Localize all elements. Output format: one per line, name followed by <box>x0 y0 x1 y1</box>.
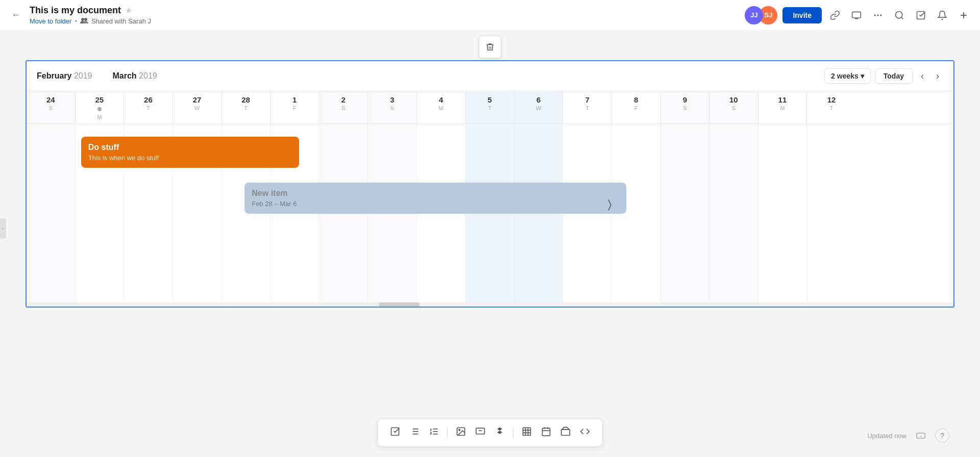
invite-button[interactable]: Invite <box>782 7 822 23</box>
event-title: New item <box>252 189 619 198</box>
svg-line-9 <box>901 17 903 19</box>
event-col-10 <box>709 124 758 302</box>
calendar-container: February 2019 March 2019 2 weeks ▾ Today… <box>26 60 954 308</box>
day-cell-10[interactable]: 10S <box>709 91 758 123</box>
updated-text: Updated now <box>867 432 906 440</box>
toolbar-ordered-list-icon[interactable] <box>426 424 442 441</box>
today-button[interactable]: Today <box>875 68 913 84</box>
doc-meta: Move to folder • Shared with Sarah J <box>30 17 151 25</box>
svg-point-24 <box>459 429 460 431</box>
star-icon[interactable]: ★ <box>125 6 132 15</box>
bell-icon-button[interactable] <box>934 7 950 23</box>
toolbar-dropbox-icon[interactable] <box>492 424 508 441</box>
svg-rect-32 <box>543 428 550 436</box>
more-options-button[interactable] <box>870 7 886 23</box>
back-button[interactable]: ← <box>8 7 23 23</box>
svg-rect-37 <box>917 433 925 438</box>
day-cell-12[interactable]: 12T <box>807 91 856 123</box>
days-row: 24S25M26T27W28T1F2S3S4M5T6W7T8F9S10S11M1… <box>27 91 953 124</box>
week-selector[interactable]: 2 weeks ▾ <box>824 68 871 84</box>
help-button[interactable]: ? <box>935 428 949 443</box>
doc-title: This is my document <box>30 5 121 16</box>
toolbar-code-icon[interactable] <box>577 424 593 441</box>
svg-point-8 <box>896 11 902 18</box>
event-col-24 <box>27 124 76 302</box>
toolbar-sep-2 <box>513 427 513 439</box>
svg-rect-36 <box>561 429 570 436</box>
calendar-months: February 2019 March 2019 <box>37 71 824 81</box>
svg-rect-27 <box>523 428 531 436</box>
svg-rect-10 <box>917 11 925 19</box>
toolbar-table-icon[interactable] <box>519 424 535 441</box>
header-left: ← This is my document ★ Move to folder •… <box>8 5 151 25</box>
calendar-scrollbar[interactable] <box>27 302 953 307</box>
day-cell-9[interactable]: 9S <box>661 91 710 123</box>
toolbar-image-icon[interactable] <box>453 424 469 441</box>
delete-button[interactable] <box>479 36 501 58</box>
task-icon-button[interactable] <box>913 7 929 23</box>
avatar-jj[interactable]: JJ <box>745 6 763 24</box>
add-button[interactable] <box>955 7 972 23</box>
event-col-12 <box>807 124 856 302</box>
shared-text: Shared with Sarah J <box>91 17 151 25</box>
day-cell-5[interactable]: 5T <box>465 91 514 123</box>
day-cell-8[interactable]: 8F <box>612 91 661 123</box>
doc-title-row: This is my document ★ <box>30 5 151 16</box>
event-col-11 <box>758 124 807 302</box>
day-cell-27[interactable]: 27W <box>173 91 222 123</box>
side-collapse-handle[interactable]: ‹ <box>0 218 6 239</box>
day-cell-3[interactable]: 3S <box>368 91 417 123</box>
calendar-header: February 2019 March 2019 2 weeks ▾ Today… <box>27 61 953 91</box>
february-label: February 2019 <box>37 71 92 81</box>
main-content: ‹ February 2019 March 2019 2 weeks ▾ <box>0 31 980 457</box>
toolbar-calendar-icon[interactable] <box>538 424 554 441</box>
calendar-grid: 24S25M26T27W28T1F2S3S4M5T6W7T8F9S10S11M1… <box>27 91 953 307</box>
svg-point-0 <box>81 18 84 21</box>
day-cell-1[interactable]: 1F <box>271 91 320 123</box>
svg-point-1 <box>84 18 87 21</box>
search-button[interactable] <box>891 7 908 23</box>
bottom-right-info: Updated now ? <box>867 427 949 444</box>
events-area: Do stuff This is when we do stuff New it… <box>27 124 953 302</box>
march-label: March 2019 <box>113 71 157 81</box>
toolbar-list-icon[interactable] <box>406 424 423 441</box>
calendar-controls: 2 weeks ▾ Today ‹ › <box>824 68 943 84</box>
link-icon-button[interactable] <box>827 7 843 23</box>
dropdown-icon: ▾ <box>861 72 864 80</box>
day-cell-2[interactable]: 2S <box>319 91 368 123</box>
svg-point-5 <box>874 14 876 16</box>
move-to-folder-link[interactable]: Move to folder <box>30 17 71 25</box>
scrollbar-thumb[interactable] <box>379 302 420 307</box>
day-cell-25[interactable]: 25M <box>76 91 125 123</box>
shared-users-icon <box>80 17 88 25</box>
header-right: JJ SJ Invite <box>745 6 972 24</box>
bottom-toolbar <box>377 419 603 447</box>
svg-rect-2 <box>852 12 861 18</box>
toolbar-sep-1 <box>447 427 448 439</box>
event-new-item[interactable]: New item Feb 28 – Mar 6 <box>244 183 626 214</box>
event-col-9 <box>661 124 710 302</box>
day-cell-28[interactable]: 28T <box>222 91 271 123</box>
day-cell-6[interactable]: 6W <box>514 91 564 123</box>
next-button[interactable]: › <box>932 69 943 84</box>
svg-point-7 <box>880 14 881 16</box>
doc-title-area: This is my document ★ Move to folder • S… <box>30 5 151 25</box>
present-icon-button[interactable] <box>848 7 865 23</box>
event-title: Do stuff <box>88 143 292 152</box>
event-subtitle: Feb 28 – Mar 6 <box>252 200 619 208</box>
app-header: ← This is my document ★ Move to folder •… <box>0 0 980 31</box>
toolbar-layout-icon[interactable] <box>557 424 574 441</box>
keyboard-icon-button[interactable] <box>913 427 929 444</box>
day-cell-11[interactable]: 11M <box>758 91 807 123</box>
prev-button[interactable]: ‹ <box>917 69 928 84</box>
toolbar-checkbox-icon[interactable] <box>387 424 403 441</box>
toolbar-embed-icon[interactable] <box>472 424 488 441</box>
event-do-stuff[interactable]: Do stuff This is when we do stuff <box>81 137 299 168</box>
meta-dot: • <box>75 17 77 25</box>
svg-point-6 <box>877 14 878 16</box>
day-cell-7[interactable]: 7T <box>563 91 612 123</box>
delete-float-area <box>0 31 980 60</box>
day-cell-4[interactable]: 4M <box>417 91 466 123</box>
day-cell-26[interactable]: 26T <box>124 91 173 123</box>
day-cell-24[interactable]: 24S <box>27 91 76 123</box>
